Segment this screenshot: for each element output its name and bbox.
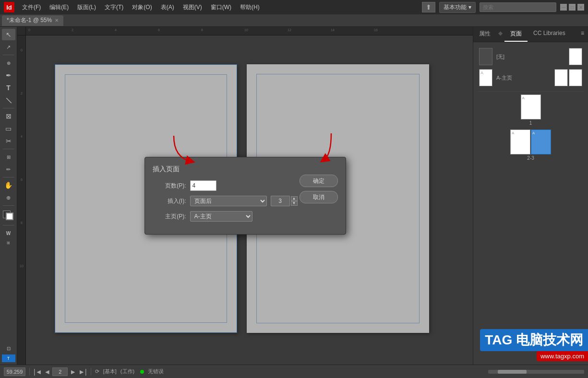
rect-frame-tool[interactable]: ⊠ — [2, 110, 15, 122]
spinner-up[interactable]: ▲ — [291, 196, 298, 201]
direct-select-tool[interactable]: ↗ — [2, 41, 15, 53]
a-master-swatches — [554, 69, 582, 86]
select-tool[interactable]: ↖ — [2, 29, 15, 40]
menu-item-A[interactable]: 表(A) — [157, 1, 178, 13]
gap-tool[interactable]: ⊕ — [2, 57, 15, 69]
document-tab[interactable]: *未命名-1 @ 55% ✕ — [2, 15, 63, 26]
menu-item-F[interactable]: 文件(F) — [18, 1, 45, 13]
a-master-row: A A-主页 — [477, 67, 584, 88]
workspace-selector[interactable]: 基本功能 ▾ — [439, 2, 476, 13]
page-nav: |◄ ◄ ► ►| — [34, 367, 87, 376]
page-2-letter: A — [512, 131, 514, 135]
titlebar: Id 文件(F)编辑(E)版面(L)文字(T)对象(O)表(A)视图(V)窗口(… — [0, 0, 588, 14]
workspace-label: 基本功能 — [444, 3, 467, 12]
menu-item-L[interactable]: 版面(L) — [73, 1, 100, 13]
app-icon: Id — [4, 2, 14, 12]
eyedropper-tool[interactable]: ✏ — [2, 164, 15, 175]
titlebar-right: ⬆ 基本功能 ▾ ─ □ ✕ — [422, 2, 584, 13]
mode-label: (工作) — [120, 368, 134, 375]
zoom-tool[interactable]: ⊕ — [2, 192, 15, 203]
magnification-input[interactable] — [4, 367, 25, 376]
menu-item-V[interactable]: 视图(V) — [179, 1, 206, 13]
tab-properties[interactable]: 属性 — [473, 27, 496, 42]
status-dot — [140, 370, 144, 374]
fill-stroke-indicator[interactable] — [2, 209, 15, 222]
spinner-down[interactable]: ▼ — [291, 201, 298, 206]
upload-icon[interactable]: ⬆ — [422, 2, 435, 12]
nav-first-button[interactable]: |◄ — [34, 368, 42, 376]
preview-mode-button[interactable]: W — [2, 227, 15, 239]
free-transform-tool[interactable]: ⊞ — [2, 151, 15, 163]
maximize-button[interactable]: □ — [569, 4, 576, 11]
page-1-letter: A — [522, 96, 525, 100]
spread-2-3-container: A A 2-3 — [477, 130, 584, 161]
page-num-spinner: ▲ ▼ — [271, 196, 298, 206]
toolbar-divider-6 — [3, 225, 14, 225]
toolbar-divider-3 — [3, 149, 14, 149]
titlebar-left: Id 文件(F)编辑(E)版面(L)文字(T)对象(O)表(A)视图(V)窗口(… — [4, 1, 264, 13]
watermark: TAG 电脑技术网 www.tagxp.com — [480, 329, 588, 361]
arrow-pages — [164, 133, 203, 168]
nav-next-button[interactable]: ► — [70, 368, 76, 376]
insert-select[interactable]: 页面后 页面前 文档开头 文档结尾 — [190, 196, 267, 206]
panel-divider-1 — [477, 91, 584, 92]
nav-last-button[interactable]: ►| — [78, 368, 87, 376]
dialog-buttons: 确定 取消 — [300, 175, 338, 203]
a-master-thumb[interactable]: A — [479, 69, 492, 86]
insert-dialog: 插入页面 页数(P): 插入(I): 页面后 页面前 文档开头 文档结尾 — [144, 157, 346, 235]
ok-button[interactable]: 确定 — [300, 175, 338, 187]
page-3-thumb[interactable]: A — [531, 130, 551, 154]
canvas-area: 0 2 4 6 8 10 12 14 16 0 2 4 6 8 10 — [17, 27, 473, 365]
none-master-row: [无] — [477, 46, 584, 67]
menu-item-H[interactable]: 帮助(H) — [236, 1, 264, 13]
refresh-icon[interactable]: ⟳ — [95, 368, 99, 375]
page-1-label: 1 — [529, 120, 532, 126]
line-tool[interactable]: | — [0, 92, 17, 109]
dialog-overlay: 插入页面 页数(P): 插入(I): 页面后 页面前 文档开头 文档结尾 — [17, 27, 473, 365]
panel-tabs: 属性 ◆ 页面 CC Libraries ≡ — [473, 27, 588, 42]
pages-input[interactable] — [190, 180, 216, 191]
pen-tool[interactable]: ✒ — [2, 70, 15, 81]
a-master-right-swatch — [569, 69, 582, 86]
status-divider-2 — [91, 368, 91, 376]
bottom-tools: ⊡ T — [2, 343, 15, 363]
page-1-container: A 1 — [477, 94, 584, 126]
master-select[interactable]: A-主页 [无] — [190, 211, 252, 222]
toolbar-divider-1 — [3, 55, 14, 55]
menu-item-E[interactable]: 编辑(E) — [46, 1, 72, 13]
view-toggle[interactable]: ⊞ — [6, 240, 11, 246]
panel-menu-button[interactable]: ≡ — [577, 27, 588, 42]
page-input[interactable] — [52, 367, 68, 376]
left-toolbar: ↖ ↗ ⊕ ✒ T | ⊠ ▭ ✂ ⊞ ✏ ✋ ⊕ W ⊞ ⊡ T — [0, 27, 17, 365]
tab-pages[interactable]: 页面 — [504, 27, 528, 42]
nav-prev-button[interactable]: ◄ — [44, 368, 51, 376]
color-indicator[interactable]: T — [2, 354, 15, 362]
context-label: [基本] — [103, 368, 117, 375]
page-num-input[interactable] — [271, 196, 290, 206]
close-tab-icon[interactable]: ✕ — [55, 18, 59, 23]
pages-panel: [无] A A-主页 A — [473, 42, 588, 365]
close-button[interactable]: ✕ — [577, 4, 584, 11]
tabbar: *未命名-1 @ 55% ✕ — [0, 14, 588, 27]
h-scrollbar[interactable] — [488, 370, 584, 374]
menu-item-W[interactable]: 窗口(W) — [207, 1, 235, 13]
a-master-left-swatch — [554, 69, 568, 86]
cancel-button[interactable]: 取消 — [300, 191, 338, 203]
menu-item-T[interactable]: 文字(T) — [101, 1, 127, 13]
tab-cc-libraries[interactable]: CC Libraries — [528, 27, 571, 42]
search-input[interactable] — [480, 2, 556, 12]
none-label: [无] — [496, 53, 504, 60]
hand-tool[interactable]: ✋ — [2, 179, 15, 191]
minimize-button[interactable]: ─ — [560, 4, 567, 11]
menu-item-O[interactable]: 对象(O) — [128, 1, 156, 13]
status-divider-1 — [29, 368, 30, 376]
page-2-thumb[interactable]: A — [510, 130, 530, 154]
h-scrollbar-thumb[interactable] — [498, 370, 527, 374]
none-color-swatch — [569, 48, 582, 65]
scissors-tool[interactable]: ✂ — [2, 135, 15, 147]
right-panel: 属性 ◆ 页面 CC Libraries ≡ [无] A A-主页 — [473, 27, 588, 365]
frame-type-tool[interactable]: ⊡ — [2, 343, 15, 354]
rect-tool[interactable]: ▭ — [2, 123, 15, 134]
main-area: ↖ ↗ ⊕ ✒ T | ⊠ ▭ ✂ ⊞ ✏ ✋ ⊕ W ⊞ ⊡ T — [0, 27, 588, 365]
page-1-thumb[interactable]: A — [521, 94, 541, 119]
